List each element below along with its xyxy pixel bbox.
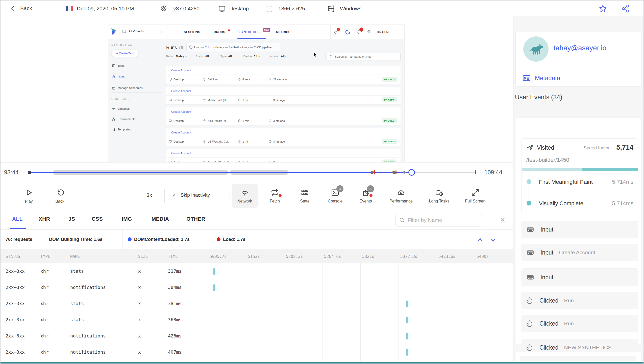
back-10s-button[interactable]: 10 Back [45, 184, 75, 208]
location-pin-icon [203, 98, 206, 102]
tab-all[interactable]: ALL [12, 216, 23, 222]
filter-period[interactable]: Period Today [166, 55, 187, 58]
run-name-link[interactable]: Create Account [171, 89, 191, 93]
session-date: Dec 09, 2020, 05:10 PM [77, 6, 134, 12]
event-item-input[interactable]: Input [522, 268, 638, 286]
speed-toggle[interactable]: 3x [146, 192, 152, 198]
metadata-button[interactable]: Metadata [516, 69, 641, 87]
network-request-row[interactable]: 2xx–3xxxhr notificationsx 384ms [1, 280, 513, 296]
app-sidebar-item-environments[interactable]: Environments [112, 117, 135, 121]
network-request-row[interactable]: 2xx–3xxxhr statsx 381ms [1, 296, 513, 312]
more-vertical-icon[interactable]: ⋮ [394, 30, 398, 34]
network-request-row[interactable]: 2xx–3xxxhr notificationsx 407ms [1, 344, 513, 360]
stopwatch-icon [238, 98, 241, 102]
network-filter-box[interactable] [395, 214, 482, 226]
bottom-scroll-bar[interactable] [1, 362, 643, 363]
tab-css[interactable]: CSS [92, 216, 103, 222]
screen-resolution-icon [266, 5, 273, 12]
run-name-link[interactable]: Create Account [171, 110, 191, 113]
favorite-star-icon[interactable] [599, 4, 607, 13]
create-test-button[interactable]: + Create Test [111, 50, 139, 57]
user-email-link[interactable]: tahay@asayer.io [554, 44, 606, 52]
dom-content-loaded: DOMContentLoaded: 1.7s [128, 237, 190, 242]
tab-js[interactable]: JS [68, 216, 75, 222]
toggle-performance[interactable]: Performance [383, 184, 419, 208]
back-button[interactable]: Back [10, 4, 32, 13]
filter-status[interactable]: Status All [196, 55, 211, 58]
run-name-link[interactable]: Create Account [171, 69, 191, 72]
org-chart-icon [112, 117, 115, 121]
share-icon[interactable] [621, 4, 630, 13]
timeline-scrubber[interactable] [408, 169, 415, 176]
event-item-clicked[interactable]: ClickedRun [522, 292, 638, 309]
toggle-state[interactable]: State [290, 184, 320, 208]
calendar-icon [112, 86, 115, 90]
filter-type[interactable]: Type All [220, 55, 234, 58]
network-panel-tabs: ALL XHR JS CSS IMG MEDIA OTHER × [1, 210, 513, 230]
close-panel-icon[interactable]: × [500, 215, 505, 225]
test-search-input[interactable] [335, 55, 395, 58]
filter-location[interactable]: Location All [269, 55, 287, 58]
gear-icon[interactable]: ⚙ [367, 29, 371, 34]
toggle-network[interactable]: Network [232, 184, 258, 208]
run-name-link[interactable]: Create Account [171, 131, 191, 134]
network-summary-bar: 76: requests DOM Building Time: 1.6s DOM… [1, 230, 513, 250]
jump-next-icon[interactable] [489, 236, 497, 244]
errors-alert-dot [228, 29, 230, 31]
network-request-row[interactable]: 2xx–3xxxhr notificationsx 426ms [1, 328, 513, 344]
tab-media[interactable]: MEDIA [152, 216, 169, 222]
skip-inactivity-toggle[interactable]: ✓ Skip Inactivity [172, 192, 210, 198]
toggle-long-tasks[interactable]: Long Tasks [423, 184, 456, 208]
run-card[interactable]: Create Account Desktop Asia Pacific (M..… [166, 107, 401, 125]
toggle-fetch[interactable]: Fetch [260, 184, 290, 208]
app-tab-sessions[interactable]: SESSIONS [184, 30, 200, 34]
clock-icon [268, 98, 272, 102]
visited-event-card[interactable]: Visited Speed Index 5,714 /test-builder/… [522, 138, 638, 214]
app-sidebar-item-runs[interactable]: Runs [112, 75, 125, 79]
replayed-app-screen: All Projects SESSIONS ERRORS SYNTHETICS … [108, 25, 405, 162]
run-card[interactable]: Create Account Desktop Canada (Central) … [166, 149, 401, 162]
toggle-events[interactable]: 6 Events [351, 184, 381, 208]
event-item-input[interactable]: Input [522, 221, 638, 238]
network-request-row[interactable]: 2xx–3xxxhr statsx 368ms [1, 312, 513, 328]
tab-other[interactable]: OTHER [186, 216, 205, 222]
cli-link[interactable]: CLI [205, 46, 209, 49]
app-sidebar-item-templates[interactable]: Templates [112, 128, 131, 131]
user-events-title: User Events (34) [515, 94, 562, 101]
app-sidebar-item-variables[interactable]: Variables [112, 107, 130, 110]
tab-xhr[interactable]: XHR [39, 216, 50, 222]
col-type: TYPE [40, 254, 50, 259]
run-card[interactable]: Create Account Desktop Middle East (Ba..… [166, 87, 401, 104]
tab-img[interactable]: IMG [122, 216, 132, 222]
keyboard-icon [526, 226, 535, 233]
toggle-full-screen[interactable]: Full Screen [459, 184, 492, 208]
network-request-row[interactable]: 2xx–3xxxhr statsx 317ms [1, 263, 513, 280]
app-sidebar-item-tests[interactable]: Tests [112, 64, 125, 67]
clock-icon [268, 78, 272, 81]
app-tab-synthetics[interactable]: SYNTHETICS [239, 30, 260, 34]
run-card[interactable]: Create Account Desktop US West (N. Cal..… [166, 128, 401, 146]
run-name-link[interactable]: Create Account [171, 152, 191, 155]
event-item-input[interactable]: InputCreate Account [522, 244, 638, 261]
gauge-icon [397, 188, 405, 197]
network-filter-input[interactable] [408, 217, 473, 223]
clock-icon [268, 119, 272, 122]
time-tick: 5321s [362, 254, 374, 259]
replay-viewport: All Projects SESSIONS ERRORS SYNTHETICS … [1, 16, 513, 162]
user-menu[interactable]: KRAIEM [377, 31, 389, 34]
test-search-box[interactable] [327, 53, 401, 60]
project-selector[interactable]: All Projects [122, 29, 144, 33]
app-tab-errors[interactable]: ERRORS [212, 30, 225, 34]
console-badge: 4 [336, 185, 343, 192]
run-card[interactable]: Create Account Desktop Belgium 4 secs 27… [166, 66, 401, 84]
error-tick [395, 170, 397, 174]
app-sidebar-item-manage-schedules[interactable]: Manage Schedules [112, 86, 142, 90]
app-tab-metrics[interactable]: METRICS [276, 30, 290, 34]
filter-device[interactable]: Device All [243, 55, 260, 58]
grid-icon [301, 188, 309, 197]
toggle-console[interactable]: 4 Console [320, 184, 350, 208]
play-button[interactable]: Play [14, 184, 44, 208]
jump-previous-icon[interactable] [476, 236, 484, 244]
timeline-track[interactable] [29, 163, 476, 182]
event-item-clicked[interactable]: ClickedRun [522, 315, 638, 332]
